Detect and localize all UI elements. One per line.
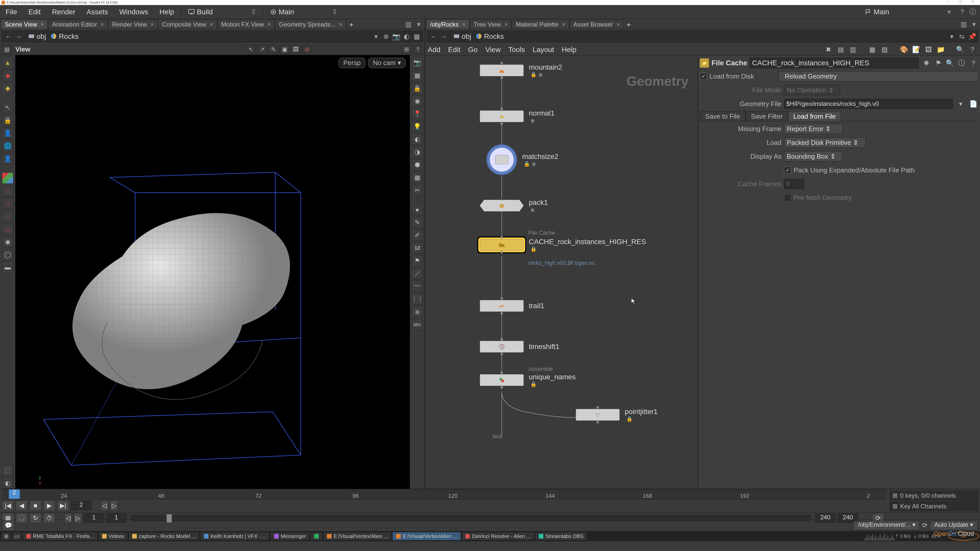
- window-maximize-button[interactable]: ▢: [955, 0, 966, 5]
- magnet3-icon[interactable]: ∩: [2, 211, 13, 222]
- taskbar-app[interactable]: Videos: [98, 532, 128, 540]
- crosshair-icon[interactable]: ⊕: [382, 32, 391, 41]
- first-frame-button[interactable]: |◀: [2, 500, 14, 511]
- axis-icon[interactable]: [2, 172, 13, 184]
- person-icon[interactable]: 👤: [2, 127, 13, 139]
- box-icon[interactable]: ◆: [2, 83, 13, 94]
- node-mountain2[interactable]: mountain2🔒 ◉: [480, 63, 562, 78]
- pane-menu-icon[interactable]: ▾: [969, 20, 978, 29]
- tab-render-view[interactable]: Render View×: [108, 20, 158, 29]
- close-icon[interactable]: ×: [339, 21, 342, 28]
- info-icon[interactable]: ⓘ: [956, 58, 967, 68]
- flag-icon[interactable]: ⚑: [412, 255, 423, 266]
- taskbar-app[interactable]: Messenger: [270, 532, 310, 540]
- close-icon[interactable]: ×: [151, 21, 154, 28]
- select-tool-icon[interactable]: ▤: [2, 45, 12, 54]
- close-icon[interactable]: ×: [617, 21, 620, 28]
- viewport-3d[interactable]: Persp No cam ▾: [15, 55, 410, 489]
- take-selector[interactable]: Main ⇕: [265, 8, 343, 16]
- globe-icon[interactable]: 🌐: [2, 140, 13, 151]
- taskbar-app[interactable]: RME TotalMix FX · Firefa...: [22, 532, 98, 540]
- keys-status[interactable]: ⊞0 keys, 0/0 channels: [890, 491, 978, 500]
- timeline-ruler[interactable]: 2 24 48 72 96 120 144 168 192 2: [2, 489, 886, 499]
- network-graph[interactable]: Geometry mountain2🔒 ◉: [425, 56, 698, 489]
- pin-icon[interactable]: 📍: [412, 108, 423, 119]
- current-frame-field[interactable]: 2: [71, 501, 91, 510]
- tab-save-to-file[interactable]: Save to File: [700, 111, 746, 121]
- node-pointjitter1[interactable]: pointjitter1🔒: [576, 408, 658, 422]
- geometry-file-field[interactable]: $HIP/geo/instances/rocks_high.v0: [784, 99, 953, 109]
- brush-icon[interactable]: ✎: [269, 45, 278, 54]
- bulb-icon[interactable]: ◐: [412, 134, 423, 145]
- start-button[interactable]: ⊞: [1, 532, 11, 540]
- task-view-button[interactable]: ▭: [12, 532, 22, 540]
- tab-material-palette[interactable]: Material Palette×: [512, 20, 569, 29]
- reload-geometry-button[interactable]: Reload Geometry: [778, 71, 978, 81]
- nm-edit[interactable]: Edit: [448, 46, 460, 54]
- playhead[interactable]: 2: [9, 489, 20, 499]
- path-segment-rocks[interactable]: Rocks: [59, 32, 79, 41]
- nm-go[interactable]: Go: [468, 46, 477, 54]
- list2-icon[interactable]: ▥: [848, 44, 858, 55]
- path-segment-rocks[interactable]: Rocks: [484, 32, 504, 41]
- menu-windows[interactable]: Windows: [114, 8, 154, 16]
- help-icon[interactable]: ?: [958, 7, 967, 17]
- grid-icon[interactable]: ▦: [867, 44, 877, 55]
- auto-update-dropdown[interactable]: Auto Update ▾: [930, 521, 977, 530]
- forward-button[interactable]: →: [439, 32, 449, 41]
- menu-help[interactable]: Help: [154, 8, 180, 16]
- new-tab-button[interactable]: +: [624, 21, 633, 29]
- nm-layout[interactable]: Layout: [533, 46, 554, 54]
- tab-composite-view[interactable]: Composite View×: [158, 20, 217, 29]
- line-icon[interactable]: ／: [412, 268, 423, 279]
- file-chooser-icon[interactable]: 📄: [968, 99, 978, 109]
- flag-icon[interactable]: ⚑: [933, 58, 943, 68]
- lock-icon[interactable]: 🔒: [2, 115, 13, 126]
- search-icon[interactable]: 🔍: [945, 58, 955, 68]
- desktop-selector[interactable]: Build ⇕: [183, 8, 261, 16]
- load-dropdown[interactable]: Packed Disk Primitive⇕: [784, 138, 865, 148]
- disc-icon[interactable]: ◉: [412, 306, 423, 318]
- close-icon[interactable]: ×: [504, 21, 508, 28]
- region-icon[interactable]: ▣: [280, 45, 290, 54]
- refresh-icon[interactable]: ⟳: [920, 520, 930, 530]
- node-trail1[interactable]: trail1: [480, 300, 544, 312]
- display-as-dropdown[interactable]: Bounding Box⇕: [784, 151, 843, 162]
- back-button[interactable]: ←: [3, 32, 14, 41]
- ortho-icon[interactable]: ▦: [412, 70, 423, 81]
- load-from-disk-checkbox[interactable]: ✓: [700, 73, 707, 80]
- help-icon[interactable]: ?: [413, 45, 423, 54]
- help-circle-icon[interactable]: ⓘ: [968, 7, 977, 17]
- pane-split-icon[interactable]: ▥: [404, 20, 413, 29]
- nm-view[interactable]: View: [485, 46, 501, 54]
- window-minimize-button[interactable]: —: [942, 0, 954, 5]
- folder-icon[interactable]: 📁: [935, 44, 946, 55]
- magnet2-icon[interactable]: ∩: [2, 198, 13, 209]
- magnet4-icon[interactable]: ∩: [2, 224, 13, 235]
- node-matchsize2[interactable]: matchsize2🔒 ◉: [487, 144, 558, 175]
- close-icon[interactable]: ×: [210, 21, 213, 28]
- cylinder-icon[interactable]: ▬: [2, 262, 13, 273]
- prefetch-checkbox[interactable]: [784, 194, 791, 201]
- camera-icon[interactable]: 📷: [412, 57, 423, 68]
- nm-add[interactable]: Add: [428, 46, 441, 54]
- take-selector-right[interactable]: Main ▾: [860, 8, 956, 16]
- nm-help[interactable]: Help: [562, 46, 576, 54]
- new-tab-button[interactable]: +: [347, 21, 356, 29]
- path-segment-obj[interactable]: obj: [37, 32, 46, 41]
- missing-frame-dropdown[interactable]: Report Error⇕: [784, 124, 843, 134]
- abc-icon[interactable]: abc: [412, 319, 423, 330]
- node-filecache[interactable]: File Cache CACHE_rock_instances_HIGH_RES…: [480, 238, 646, 252]
- status-icon[interactable]: 💬: [3, 520, 14, 530]
- range-handle[interactable]: [167, 514, 172, 522]
- number-icon[interactable]: 12: [412, 242, 423, 254]
- scatter-icon[interactable]: ⋮⋮: [412, 293, 423, 305]
- realtime-icon[interactable]: ⏱: [43, 513, 55, 523]
- window-close-button[interactable]: ✕: [967, 0, 978, 5]
- light-icon[interactable]: 💡: [412, 121, 423, 132]
- close-icon[interactable]: ×: [41, 21, 44, 28]
- tab-network-path[interactable]: /obj/Rocks×: [426, 20, 469, 29]
- node-timeshift1[interactable]: timeshift1: [480, 341, 559, 353]
- color-icon[interactable]: 🎨: [899, 44, 909, 55]
- chevron-down-icon[interactable]: ▾: [947, 32, 956, 41]
